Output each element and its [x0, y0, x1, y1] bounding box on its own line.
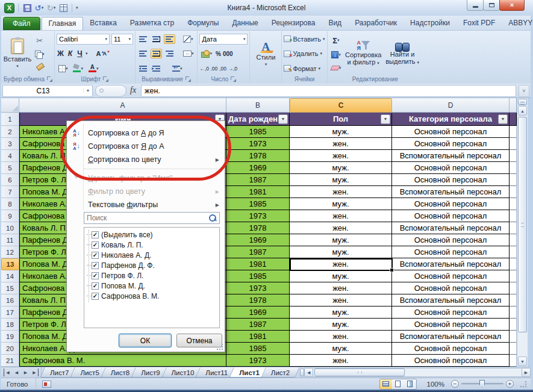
cell-category[interactable]: Основной персонал [392, 162, 510, 174]
cut-button[interactable]: ✂ [33, 34, 46, 47]
minimize-button[interactable] [467, 0, 484, 11]
cell-birthyear[interactable]: 1973 [226, 355, 290, 367]
align-left-button[interactable] [137, 49, 149, 58]
cell-sex[interactable]: муж. [290, 319, 392, 331]
horizontal-scrollbar[interactable]: ◀ ▶ [304, 368, 531, 377]
tab-ABBYY PDF Tr[interactable]: ABBYY PDF Tr [502, 17, 533, 30]
borders-button[interactable]: ▾ [57, 63, 70, 74]
tab-Рецензирова[interactable]: Рецензирова [265, 17, 322, 30]
quick-table-button[interactable] [58, 2, 68, 13]
filter-list-item[interactable]: ✓Петров Ф. Л. [86, 270, 219, 281]
dialog-launcher-icon[interactable] [231, 76, 236, 82]
row-header[interactable]: 15 [1, 282, 19, 294]
column-header-D[interactable]: D [392, 98, 510, 113]
cell-category[interactable]: Вспомогательный персонал [392, 331, 510, 343]
cell-empty[interactable] [510, 162, 517, 174]
row-header[interactable]: 6 [1, 174, 19, 186]
align-center-button[interactable] [151, 49, 162, 58]
scroll-down-button[interactable]: ▼ [518, 356, 527, 366]
excel-logo-icon[interactable]: X [4, 2, 14, 13]
cell-birthyear[interactable]: 1978 [226, 222, 290, 234]
tab-Надстройки[interactable]: Надстройки [404, 17, 457, 30]
filter-button-category[interactable]: ▼ [498, 114, 508, 124]
menu-item-filter-by-color[interactable]: Фильтр по цвету ▶ [68, 185, 223, 198]
maximize-button[interactable] [483, 0, 500, 11]
row-header[interactable]: 8 [1, 198, 19, 210]
prev-sheet-button[interactable]: ◀ [13, 369, 20, 376]
cell-category[interactable]: Вспомогательный персонал [392, 258, 510, 270]
increase-decimal-button[interactable]: ←,0 .00 [199, 66, 217, 71]
qat-customize-button[interactable]: ▾ [76, 5, 78, 10]
decrease-indent-button[interactable] [137, 64, 149, 73]
cell-sex[interactable]: муж. [290, 343, 392, 355]
zoom-in-button[interactable]: + [506, 380, 514, 388]
insert-function-button[interactable]: fx [129, 86, 139, 96]
align-top-button[interactable] [137, 34, 149, 44]
cell-name[interactable]: Сафронова В. М. [19, 355, 226, 367]
clear-button[interactable]: ▾ [329, 64, 343, 72]
filter-list-item[interactable]: ✓(Выделить все) [86, 229, 219, 240]
checkbox-checked-icon[interactable]: ✓ [92, 272, 99, 279]
cell-empty[interactable] [510, 174, 517, 186]
tab-splitter[interactable] [300, 369, 304, 376]
menu-item-sort-az[interactable]: АЯ↓ Сортировка от А до Я [68, 126, 223, 140]
row-header[interactable]: 21 [1, 355, 19, 367]
next-sheet-button[interactable]: ▶ [22, 369, 30, 376]
scroll-right-button[interactable]: ▶ [522, 368, 531, 377]
shrink-font-button[interactable]: А▼ [102, 51, 107, 57]
cell-sex[interactable]: муж. [290, 198, 392, 210]
cell-sex[interactable]: жен. [290, 331, 392, 343]
tab-Вставка[interactable]: Вставка [83, 17, 123, 30]
cell-category[interactable]: Основной персонал [392, 306, 510, 319]
cell-category[interactable]: Основной персонал [392, 270, 510, 282]
macro-record-icon[interactable] [42, 381, 51, 388]
cell-sex[interactable]: муж. [290, 174, 392, 186]
wrap-text-button[interactable]: ▾ [170, 64, 184, 73]
cell-sex[interactable]: жен. [290, 294, 392, 306]
accounting-format-button[interactable]: ▾ [199, 48, 214, 59]
row-header[interactable]: 9 [1, 210, 19, 222]
cell-category[interactable]: Основной персонал [392, 126, 510, 138]
align-middle-button[interactable] [151, 34, 162, 44]
ok-button[interactable]: ОК [119, 334, 172, 347]
filter-search-input[interactable] [84, 214, 208, 222]
tab-file[interactable]: Файл [3, 17, 40, 30]
checkbox-checked-icon[interactable]: ✓ [92, 262, 99, 269]
delete-cells-button[interactable]: Удалить▾ [284, 48, 325, 60]
cell-empty[interactable] [510, 294, 517, 306]
header-cell-sex[interactable]: Пол ▼ [290, 113, 392, 126]
cell-birthyear[interactable]: 1987 [226, 246, 290, 258]
menu-item-sort-by-color[interactable]: Сортировка по цвету ▶ [68, 153, 223, 166]
name-box-dropdown-icon[interactable]: ▼ [83, 89, 92, 93]
formula-input[interactable]: жен. [141, 85, 516, 97]
row-header[interactable]: 11 [1, 234, 19, 246]
cell-sex[interactable]: жен. [290, 150, 392, 162]
dialog-launcher-icon[interactable] [47, 76, 52, 82]
zoom-level[interactable]: 100% [423, 381, 448, 388]
number-format-select[interactable]: Дата▾ [199, 34, 248, 45]
scroll-up-button[interactable]: ▲ [518, 106, 527, 116]
undo-button[interactable]: ↺▾ [34, 2, 44, 13]
cell-empty[interactable] [510, 198, 517, 210]
cell-category[interactable]: Основной персонал [392, 210, 510, 222]
align-bottom-button[interactable] [164, 34, 175, 44]
cell-sex[interactable]: жен. [290, 186, 392, 198]
font-size-select[interactable]: 11▾ [111, 34, 133, 45]
row-header[interactable]: 19 [1, 331, 19, 343]
header-cell-category[interactable]: Категория персонала ▼ [392, 113, 510, 126]
cell-birthyear[interactable]: 1969 [226, 162, 290, 174]
tab-Формулы[interactable]: Формулы [181, 17, 225, 30]
horizontal-scroll-track[interactable] [313, 368, 522, 377]
orientation-button[interactable]: ▾ [181, 34, 195, 45]
cell-birthyear[interactable]: 1987 [226, 174, 290, 186]
cell-sex[interactable]: жен. [290, 282, 392, 294]
row-header[interactable]: 20 [1, 343, 19, 355]
row-header[interactable]: 7 [1, 186, 19, 198]
font-color-button[interactable]: А▾ [87, 63, 101, 74]
cell-sex[interactable]: жен. [290, 138, 392, 150]
cell-birthyear[interactable]: 1969 [226, 234, 290, 246]
select-all-corner[interactable] [1, 98, 19, 113]
cell-category[interactable]: Основной персонал [392, 343, 510, 355]
row-header[interactable]: 12 [1, 246, 19, 258]
cell-category[interactable]: Вспомогательный персонал [392, 294, 510, 306]
